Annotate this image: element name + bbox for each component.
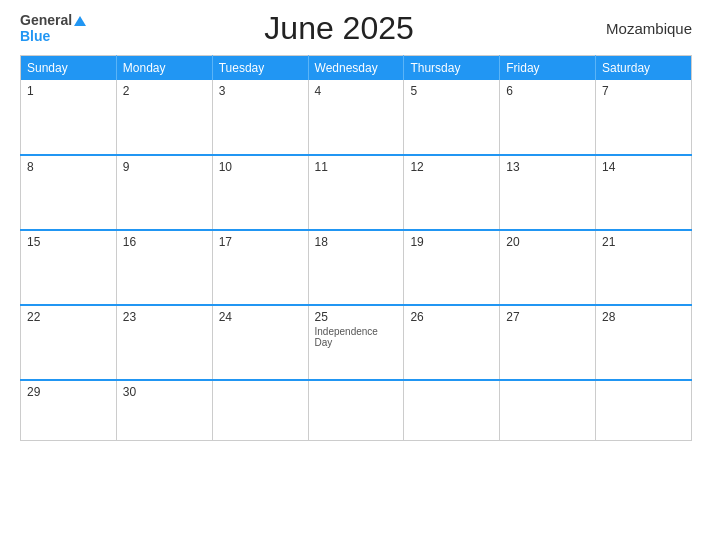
day-number: 18 [315,235,398,249]
day-number: 7 [602,84,685,98]
day-number: 16 [123,235,206,249]
calendar-cell: 18 [308,230,404,305]
calendar-cell: 10 [212,155,308,230]
logo: General Blue [20,13,86,44]
day-header-saturday: Saturday [596,56,692,81]
week-row-2: 891011121314 [21,155,692,230]
day-number: 8 [27,160,110,174]
calendar-cell: 5 [404,80,500,155]
logo-general: General [20,13,72,28]
day-number: 24 [219,310,302,324]
calendar-table: SundayMondayTuesdayWednesdayThursdayFrid… [20,55,692,441]
calendar-cell: 11 [308,155,404,230]
page-header: General Blue June 2025 Mozambique [20,10,692,47]
calendar-cell: 1 [21,80,117,155]
day-header-wednesday: Wednesday [308,56,404,81]
day-number: 2 [123,84,206,98]
calendar-cell: 26 [404,305,500,380]
calendar-cell: 20 [500,230,596,305]
calendar-cell: 7 [596,80,692,155]
calendar-cell: 6 [500,80,596,155]
day-number: 1 [27,84,110,98]
day-number: 25 [315,310,398,324]
day-number: 29 [27,385,110,399]
calendar-cell: 12 [404,155,500,230]
calendar-cell: 30 [116,380,212,440]
calendar-cell: 23 [116,305,212,380]
day-number: 30 [123,385,206,399]
day-number: 26 [410,310,493,324]
day-header-friday: Friday [500,56,596,81]
calendar-cell: 24 [212,305,308,380]
calendar-cell: 16 [116,230,212,305]
day-number: 17 [219,235,302,249]
calendar-cell [500,380,596,440]
calendar-cell: 28 [596,305,692,380]
day-number: 28 [602,310,685,324]
calendar-cell [308,380,404,440]
calendar-cell: 9 [116,155,212,230]
event-label: Independence Day [315,326,398,348]
day-number: 20 [506,235,589,249]
calendar-cell: 22 [21,305,117,380]
page-title: June 2025 [86,10,592,47]
day-number: 13 [506,160,589,174]
calendar-cell: 8 [21,155,117,230]
day-number: 3 [219,84,302,98]
calendar-cell [212,380,308,440]
calendar-cell: 4 [308,80,404,155]
week-row-1: 1234567 [21,80,692,155]
calendar-cell: 13 [500,155,596,230]
days-row: SundayMondayTuesdayWednesdayThursdayFrid… [21,56,692,81]
calendar-cell [596,380,692,440]
day-header-thursday: Thursday [404,56,500,81]
day-header-sunday: Sunday [21,56,117,81]
day-number: 5 [410,84,493,98]
calendar-cell [404,380,500,440]
calendar-header: SundayMondayTuesdayWednesdayThursdayFrid… [21,56,692,81]
day-number: 21 [602,235,685,249]
logo-blue: Blue [20,29,50,44]
day-number: 6 [506,84,589,98]
day-header-tuesday: Tuesday [212,56,308,81]
calendar-cell: 14 [596,155,692,230]
country-label: Mozambique [592,20,692,37]
calendar-cell: 25Independence Day [308,305,404,380]
calendar-cell: 29 [21,380,117,440]
calendar-cell: 15 [21,230,117,305]
calendar-cell: 19 [404,230,500,305]
calendar-cell: 21 [596,230,692,305]
week-row-3: 15161718192021 [21,230,692,305]
week-row-4: 22232425Independence Day262728 [21,305,692,380]
calendar-cell: 3 [212,80,308,155]
day-number: 23 [123,310,206,324]
day-number: 11 [315,160,398,174]
calendar-cell: 2 [116,80,212,155]
day-header-monday: Monday [116,56,212,81]
day-number: 9 [123,160,206,174]
day-number: 22 [27,310,110,324]
week-row-5: 2930 [21,380,692,440]
day-number: 27 [506,310,589,324]
day-number: 10 [219,160,302,174]
day-number: 14 [602,160,685,174]
day-number: 4 [315,84,398,98]
day-number: 19 [410,235,493,249]
logo-triangle-icon [74,16,86,26]
day-number: 15 [27,235,110,249]
calendar-cell: 27 [500,305,596,380]
day-number: 12 [410,160,493,174]
calendar-cell: 17 [212,230,308,305]
calendar-body: 1234567891011121314151617181920212223242… [21,80,692,440]
